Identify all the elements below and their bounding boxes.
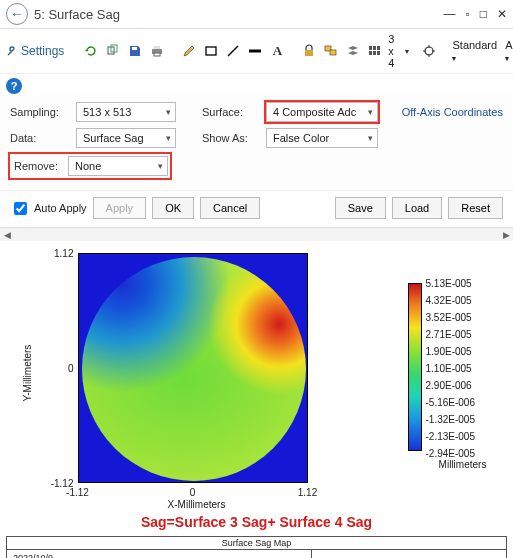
window-controls: — ▫ □ ✕ — [443, 7, 507, 21]
target-icon[interactable] — [420, 41, 438, 61]
showas-dropdown[interactable]: False Color▾ — [266, 128, 378, 148]
svg-rect-15 — [369, 51, 372, 55]
standard-dropdown[interactable]: Standard ▾ — [452, 39, 497, 63]
x-axis-label: X-Millimeters — [0, 499, 507, 510]
stack-icon[interactable] — [344, 41, 362, 61]
cancel-button[interactable]: Cancel — [200, 197, 260, 219]
surface-dropdown[interactable]: 4 Composite Adc▾ — [266, 102, 378, 122]
back-icon[interactable]: ← — [6, 3, 28, 25]
window-title: 5: Surface Sag — [34, 7, 120, 22]
grid-layout-icon[interactable] — [366, 41, 384, 61]
sampling-dropdown[interactable]: 513 x 513▾ — [76, 102, 176, 122]
button-row: Auto Apply Apply OK Cancel Save Load Res… — [0, 190, 513, 227]
ok-button[interactable]: OK — [152, 197, 194, 219]
windows-icon[interactable] — [322, 41, 340, 61]
svg-rect-11 — [330, 50, 336, 55]
text-icon[interactable]: A — [268, 41, 286, 61]
heatmap-canvas — [78, 253, 308, 483]
svg-rect-2 — [132, 47, 137, 50]
svg-rect-17 — [377, 51, 380, 55]
maximize-icon[interactable]: □ — [480, 7, 487, 21]
svg-point-18 — [425, 47, 433, 55]
info-left: 2022/10/9 Surface 4: Composite Add-on 2:… — [7, 550, 312, 558]
remove-dropdown[interactable]: None▾ — [68, 156, 168, 176]
wrench-icon — [6, 45, 18, 57]
sampling-label: Sampling: — [10, 106, 68, 118]
scroll-right-icon[interactable]: ▶ — [499, 230, 513, 240]
print-icon[interactable] — [148, 41, 166, 61]
svg-rect-5 — [154, 53, 160, 56]
svg-rect-12 — [369, 46, 372, 50]
save-disk-icon[interactable] — [126, 41, 144, 61]
load-button[interactable]: Load — [392, 197, 442, 219]
apply-button[interactable]: Apply — [93, 197, 147, 219]
svg-rect-4 — [154, 46, 160, 49]
svg-rect-14 — [377, 46, 380, 50]
reset-button[interactable]: Reset — [448, 197, 503, 219]
info-right: Zemax Zemax OpticStudio 22.1.2 Test.zmx … — [312, 550, 506, 558]
refresh-icon[interactable] — [82, 41, 100, 61]
colorbar — [408, 283, 422, 451]
y-axis-label: Y-Millimeters — [22, 345, 33, 402]
surface-label: Surface: — [202, 106, 258, 118]
svg-rect-16 — [373, 51, 376, 55]
remove-row-highlight: Remove: None▾ — [10, 154, 170, 178]
auto-apply-checkbox[interactable]: Auto Apply — [10, 199, 87, 218]
title-bar: ← 5: Surface Sag — ▫ □ ✕ — [0, 0, 513, 29]
data-label: Data: — [10, 132, 68, 144]
rectangle-icon[interactable] — [202, 41, 220, 61]
sag-annotation: Sag=Surface 3 Sag+ Surface 4 Sag — [6, 514, 507, 530]
line-icon[interactable] — [224, 41, 242, 61]
offaxis-link[interactable]: Off-Axis Coordinates — [402, 106, 503, 118]
settings-label: Settings — [21, 44, 64, 58]
minimize-icon[interactable]: — — [443, 7, 455, 21]
y-ticks: 1.12 0 -1.12 — [42, 247, 78, 497]
settings-button[interactable]: Settings — [6, 44, 64, 58]
svg-line-7 — [228, 46, 238, 56]
controls-panel: Sampling: 513 x 513▾ Surface: 4 Composit… — [0, 94, 513, 190]
help-icon[interactable]: ? — [6, 78, 22, 94]
horizontal-scrollbar[interactable]: ◀ ▶ — [0, 227, 513, 241]
plot-area: Y-Millimeters 1.12 0 -1.12 -1.12 0 1.12 … — [0, 241, 513, 530]
data-dropdown[interactable]: Surface Sag▾ — [76, 128, 176, 148]
pencil-icon[interactable] — [180, 41, 198, 61]
restore-icon[interactable]: ▫ — [465, 7, 469, 21]
grid-dropdown-icon[interactable]: ▾ — [398, 41, 416, 61]
surface-sag-window: ← 5: Surface Sag — ▫ □ ✕ Settings A 3 x … — [0, 0, 513, 558]
svg-rect-9 — [305, 50, 313, 56]
grid-size-label[interactable]: 3 x 4 — [388, 33, 394, 69]
close-icon[interactable]: ✕ — [497, 7, 507, 21]
svg-rect-6 — [206, 47, 216, 55]
sag-circle — [82, 257, 306, 481]
copy-icon[interactable] — [104, 41, 122, 61]
svg-rect-13 — [373, 46, 376, 50]
remove-label: Remove: — [14, 160, 68, 172]
scroll-track[interactable] — [14, 231, 499, 239]
lock-icon[interactable] — [300, 41, 318, 61]
showas-label: Show As: — [202, 132, 258, 144]
info-header: Surface Sag Map — [7, 537, 506, 550]
colorbar-unit: Millimeters — [426, 459, 500, 470]
auto-apply-input[interactable] — [14, 202, 27, 215]
automatic-dropdown[interactable]: Automatic ▾ — [505, 39, 513, 63]
save-button[interactable]: Save — [335, 197, 386, 219]
line-weight-icon[interactable] — [246, 41, 264, 61]
surface-sag-plot: Y-Millimeters 1.12 0 -1.12 -1.12 0 1.12 … — [8, 247, 506, 497]
main-toolbar: Settings A 3 x 4 ▾ Standard ▾ Automatic … — [0, 29, 513, 74]
scroll-left-icon[interactable]: ◀ — [0, 230, 14, 240]
info-box: Surface Sag Map 2022/10/9 Surface 4: Com… — [6, 536, 507, 558]
